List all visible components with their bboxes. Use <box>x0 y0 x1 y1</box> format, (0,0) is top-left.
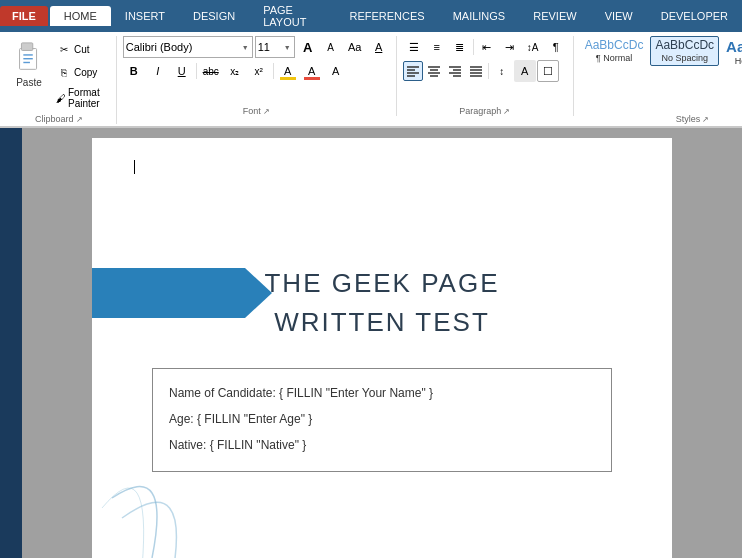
decorative-arrow <box>92 268 272 318</box>
clipboard-expand-icon[interactable]: ↗ <box>76 115 83 124</box>
ribbon: Paste ✂ Cut ⎘ Copy 🖌 Format Painter Clip… <box>0 32 742 127</box>
decorative-curves <box>92 438 272 558</box>
show-formatting-button[interactable]: ¶ <box>545 36 567 58</box>
clipboard-label: Clipboard <box>35 114 74 124</box>
paste-label: Paste <box>16 77 42 88</box>
superscript-button[interactable]: x² <box>248 60 270 82</box>
font-name-select[interactable]: Calibri (Body) <box>123 36 253 58</box>
align-center-button[interactable] <box>424 61 444 81</box>
font-size-select[interactable]: 11 <box>255 36 295 58</box>
text-highlight-button[interactable]: A <box>277 60 299 82</box>
italic-button[interactable]: I <box>147 60 169 82</box>
text-cursor <box>134 160 135 174</box>
styles-group: AaBbCcDc ¶ Normal AaBbCcDc No Spacing Aa… <box>576 36 742 124</box>
tab-mailings[interactable]: MAILINGS <box>439 6 520 26</box>
copy-button[interactable]: ⎘ Copy <box>52 61 110 83</box>
style-heading1-label: Heading 1 <box>735 56 742 66</box>
document-page: THE GEEK PAGE WRITTEN TEST Name of Candi… <box>92 138 672 558</box>
font-name-wrapper: Calibri (Body) <box>123 36 253 58</box>
style-normal-label: ¶ Normal <box>596 53 632 63</box>
clipboard-small-buttons: ✂ Cut ⎘ Copy 🖌 Format Painter <box>52 38 110 112</box>
svg-rect-4 <box>23 62 30 63</box>
form-line-2: Age: { FILLIN "Enter Age" } <box>169 407 595 431</box>
font-size-wrapper: 11 <box>255 36 295 58</box>
paragraph-group: ☰ ≡ ≣ ⇤ ⇥ ↕A ¶ <box>399 36 574 116</box>
font-expand-icon[interactable]: ↗ <box>263 107 270 116</box>
svg-rect-3 <box>23 58 32 59</box>
styles-label: Styles <box>676 114 701 124</box>
decrease-indent-button[interactable]: ⇤ <box>476 36 498 58</box>
copy-icon: ⎘ <box>56 64 72 80</box>
style-heading1-preview: AaBbCc <box>726 39 742 54</box>
tab-home[interactable]: HOME <box>50 6 111 26</box>
svg-rect-1 <box>21 43 32 51</box>
svg-rect-2 <box>23 54 32 55</box>
styles-expand-icon[interactable]: ↗ <box>702 115 709 124</box>
sort-button[interactable]: ↕A <box>522 36 544 58</box>
format-painter-icon: 🖌 <box>56 90 66 106</box>
change-case-button[interactable]: Aa <box>344 36 366 58</box>
font-color-button[interactable]: A <box>301 60 323 82</box>
cut-icon: ✂ <box>56 41 72 57</box>
style-normal-preview: AaBbCcDc <box>585 39 644 51</box>
increase-indent-button[interactable]: ⇥ <box>499 36 521 58</box>
clear-formatting-button[interactable]: A <box>368 36 390 58</box>
cut-button[interactable]: ✂ Cut <box>52 38 110 60</box>
shading-button[interactable]: A <box>514 60 536 82</box>
strikethrough-button[interactable]: abc <box>200 60 222 82</box>
form-line-1: Name of Candidate: { FILLIN "Enter Your … <box>169 381 595 405</box>
paragraph-label: Paragraph <box>459 106 501 116</box>
font-shading-button[interactable]: A <box>325 60 347 82</box>
line-spacing-button[interactable]: ↕ <box>491 60 513 82</box>
style-no-spacing[interactable]: AaBbCcDc No Spacing <box>650 36 719 66</box>
document-area: THE GEEK PAGE WRITTEN TEST Name of Candi… <box>0 128 742 558</box>
align-left-button[interactable] <box>403 61 423 81</box>
document-scroll[interactable]: THE GEEK PAGE WRITTEN TEST Name of Candi… <box>22 128 742 558</box>
numbering-button[interactable]: ≡ <box>426 36 448 58</box>
tab-view[interactable]: VIEW <box>591 6 647 26</box>
tab-insert[interactable]: INSERT <box>111 6 179 26</box>
clipboard-group: Paste ✂ Cut ⎘ Copy 🖌 Format Painter Clip… <box>4 36 117 124</box>
subscript-button[interactable]: x₂ <box>224 60 246 82</box>
left-sidebar <box>0 128 22 558</box>
align-right-button[interactable] <box>445 61 465 81</box>
tab-design[interactable]: DESIGN <box>179 6 249 26</box>
style-normal[interactable]: AaBbCcDc ¶ Normal <box>580 36 649 66</box>
justify-button[interactable] <box>466 61 486 81</box>
tab-review[interactable]: REVIEW <box>519 6 590 26</box>
style-heading1[interactable]: AaBbCc Heading 1 <box>721 36 742 69</box>
multilevel-list-button[interactable]: ≣ <box>449 36 471 58</box>
tab-file[interactable]: FILE <box>0 6 48 26</box>
font-label: Font <box>243 106 261 116</box>
paste-icon <box>13 39 45 77</box>
font-size-decrease-button[interactable]: A <box>320 36 342 58</box>
borders-button[interactable]: ☐ <box>537 60 559 82</box>
paragraph-expand-icon[interactable]: ↗ <box>503 107 510 116</box>
style-no-spacing-label: No Spacing <box>661 53 708 63</box>
format-painter-button[interactable]: 🖌 Format Painter <box>52 84 110 112</box>
tab-developer[interactable]: DEVELOPER <box>647 6 742 26</box>
paste-button[interactable]: Paste <box>8 36 50 91</box>
font-group: Calibri (Body) 11 A A Aa A <box>119 36 397 116</box>
font-size-increase-button[interactable]: A <box>297 36 319 58</box>
bold-button[interactable]: B <box>123 60 145 82</box>
style-no-spacing-preview: AaBbCcDc <box>655 39 714 51</box>
bullets-button[interactable]: ☰ <box>403 36 425 58</box>
tab-page-layout[interactable]: PAGE LAYOUT <box>249 0 335 32</box>
tab-references[interactable]: REFERENCES <box>335 6 438 26</box>
underline-button[interactable]: U <box>171 60 193 82</box>
